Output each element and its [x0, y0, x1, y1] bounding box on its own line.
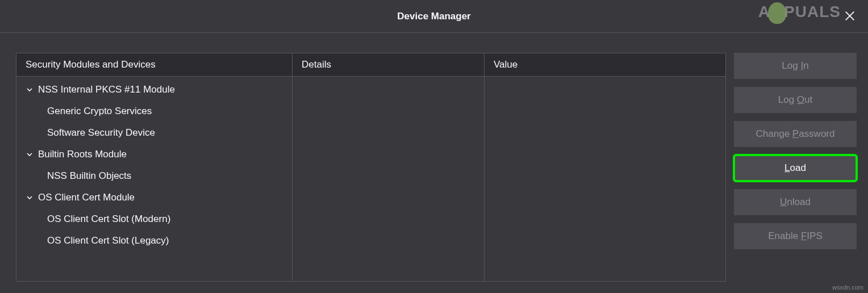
panels: Security Modules and Devices NSS Interna… [16, 53, 726, 282]
button-panel: Log In Log Out Change Password Load Unlo… [734, 53, 857, 282]
modules-tree: NSS Internal PKCS #11 Module Generic Cry… [16, 77, 292, 254]
unload-button[interactable]: Unload [734, 189, 857, 215]
device-label: Software Security Device [47, 127, 155, 139]
module-label: Builtin Roots Module [38, 149, 127, 160]
device-os-client-cert-modern[interactable]: OS Client Cert Slot (Modern) [16, 208, 292, 230]
module-label: OS Client Cert Module [38, 192, 135, 203]
login-button[interactable]: Log In [734, 53, 857, 79]
source-watermark: wsxdn.com [832, 284, 863, 291]
close-icon [844, 10, 856, 22]
logo-text-post: PUALS [784, 3, 841, 20]
titlebar: Device Manager APUALS [0, 0, 868, 33]
chevron-down-icon [24, 151, 35, 158]
column-header-modules: Security Modules and Devices [16, 53, 292, 77]
device-label: OS Client Cert Slot (Modern) [47, 214, 170, 225]
column-header-value: Value [485, 53, 725, 77]
content-area: Security Modules and Devices NSS Interna… [0, 33, 868, 293]
device-software-security[interactable]: Software Security Device [16, 122, 292, 144]
module-label: NSS Internal PKCS #11 Module [38, 84, 175, 95]
device-generic-crypto[interactable]: Generic Crypto Services [16, 101, 292, 122]
device-os-client-cert-legacy[interactable]: OS Client Cert Slot (Legacy) [16, 230, 292, 252]
close-button[interactable] [842, 8, 858, 24]
device-label: OS Client Cert Slot (Legacy) [47, 235, 169, 246]
enable-fips-button[interactable]: Enable FIPS [734, 223, 857, 249]
module-nss-internal[interactable]: NSS Internal PKCS #11 Module [16, 79, 292, 101]
module-os-client-cert[interactable]: OS Client Cert Module [16, 187, 292, 208]
chevron-down-icon [24, 86, 35, 93]
details-body [293, 77, 484, 81]
device-label: NSS Builtin Objects [47, 170, 131, 182]
change-password-button[interactable]: Change Password [734, 121, 857, 147]
module-builtin-roots[interactable]: Builtin Roots Module [16, 144, 292, 165]
column-modules: Security Modules and Devices NSS Interna… [16, 53, 293, 281]
chevron-down-icon [24, 194, 35, 201]
watermark-logo: APUALS [758, 2, 841, 24]
logout-button[interactable]: Log Out [734, 87, 857, 113]
column-details: Details [293, 53, 485, 281]
column-value: Value [485, 53, 725, 281]
window-title: Device Manager [397, 11, 470, 22]
device-label: Generic Crypto Services [47, 106, 152, 117]
load-button[interactable]: Load [734, 155, 857, 181]
logo-mascot-icon [768, 2, 786, 24]
value-body [485, 77, 725, 81]
column-header-details: Details [293, 53, 484, 77]
device-nss-builtin-objects[interactable]: NSS Builtin Objects [16, 165, 292, 187]
